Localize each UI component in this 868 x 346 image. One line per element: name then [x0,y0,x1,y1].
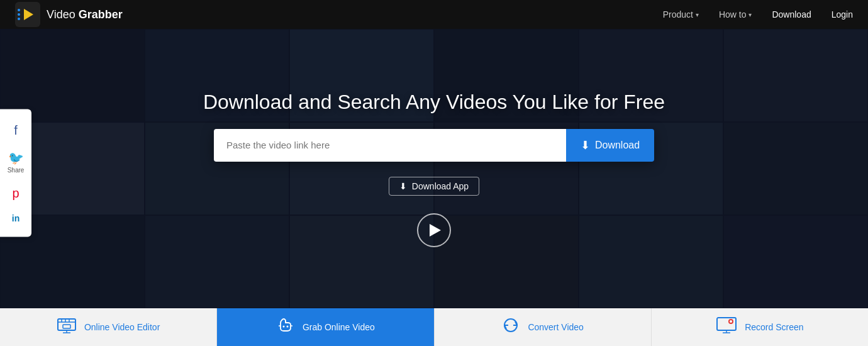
search-bar: ⬇ Download [214,129,654,162]
nav-links: Product ▾ How to ▾ Download Login [663,9,853,20]
download-button[interactable]: ⬇ Download [566,129,654,162]
facebook-share-button[interactable]: f [0,117,31,144]
nav-link-login[interactable]: Login [832,9,853,20]
convert-video-label: Convert Video [528,322,583,332]
facebook-icon: f [14,123,18,138]
bottom-item-record-screen[interactable]: Record Screen [652,308,868,346]
linkedin-share-button[interactable]: in [0,207,31,230]
logo-dots [18,9,20,20]
nav-link-product[interactable]: Product ▾ [663,9,699,20]
logo[interactable]: Video Grabber [15,2,123,27]
nav-link-download[interactable]: Download [772,9,811,20]
hero-section: Download and Search Any Videos You Like … [0,29,868,308]
play-button[interactable] [417,213,451,247]
svg-point-9 [286,325,288,327]
chevron-down-icon: ▾ [748,11,752,18]
social-sidebar: f 🐦 Share p in [0,109,31,237]
convert-video-icon [501,316,520,339]
video-url-input[interactable] [214,129,566,162]
svg-point-16 [730,320,732,323]
bottom-item-convert-video[interactable]: Convert Video [435,308,652,346]
download-icon: ⬇ [581,138,590,152]
video-editor-label: Online Video Editor [84,322,160,332]
pinterest-icon: p [12,186,19,201]
logo-text-bold: Grabber [79,8,123,21]
logo-text-light: Video [47,8,79,21]
hero-content: Download and Search Any Videos You Like … [0,91,868,247]
pinterest-share-button[interactable]: p [0,180,31,207]
logo-icon [15,2,40,27]
share-label: Share [8,167,25,174]
video-editor-icon [57,316,77,338]
svg-point-8 [282,325,284,327]
record-screen-label: Record Screen [745,322,803,332]
logo-text: Video Grabber [47,8,123,21]
twitter-share-button[interactable]: 🐦 Share [0,144,31,180]
record-screen-icon [716,316,737,338]
grab-video-label: Grab Online Video [303,322,375,332]
linkedin-icon: in [12,213,19,223]
svg-rect-5 [63,325,70,328]
bottom-bar: Online Video Editor Grab Online Video Co [0,308,868,346]
bottom-item-grab-video[interactable]: Grab Online Video [217,308,434,346]
nav-link-howto[interactable]: How to ▾ [719,9,752,20]
play-icon [430,224,441,237]
download-app-link[interactable]: ⬇ Download App [389,177,479,196]
hero-title: Download and Search Any Videos You Like … [203,91,665,114]
navbar: Video Grabber Product ▾ How to ▾ Downloa… [0,0,868,29]
chevron-down-icon: ▾ [696,11,699,18]
bottom-item-video-editor[interactable]: Online Video Editor [0,308,217,346]
twitter-icon: 🐦 [8,150,24,165]
grab-video-icon [276,316,295,339]
download-app-icon: ⬇ [399,181,407,191]
svg-rect-12 [717,318,736,330]
